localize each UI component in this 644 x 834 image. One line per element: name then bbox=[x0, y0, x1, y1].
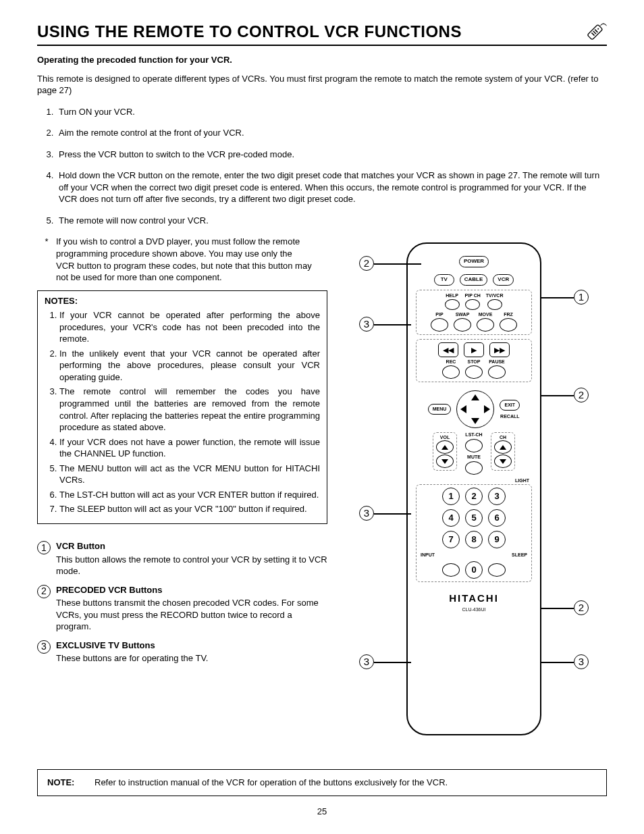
recall-label: RECALL bbox=[500, 414, 519, 419]
svg-rect-4 bbox=[591, 32, 595, 36]
callout-2: 2 bbox=[574, 600, 589, 615]
intro-para: This remote is designed to operate diffe… bbox=[37, 73, 607, 97]
legend-desc: This button allows the remote to control… bbox=[56, 554, 327, 577]
pip-section: HELP PIP CH TV/VCR PIP SWAP MOVE FRZ bbox=[416, 290, 532, 335]
step-item: Aim the remote control at the front of y… bbox=[56, 127, 607, 139]
input-label: INPUT bbox=[421, 552, 435, 557]
note-item: The LST-CH button will act as your VCR E… bbox=[59, 489, 320, 501]
legend-item-3: 3 EXCLUSIVE TV Buttons These buttons are… bbox=[37, 640, 327, 664]
svg-rect-3 bbox=[593, 30, 596, 34]
lstch-button bbox=[465, 439, 483, 452]
pipch-button bbox=[465, 299, 480, 310]
nav-left-icon bbox=[460, 405, 466, 413]
play-button: ▶ bbox=[464, 342, 484, 357]
vcr-mode-button: VCR bbox=[493, 274, 514, 286]
keypad-9: 9 bbox=[488, 531, 506, 548]
ch-up-button bbox=[494, 440, 512, 454]
volume-group: VOL bbox=[433, 432, 457, 471]
nav-pad bbox=[456, 390, 494, 428]
cable-mode-button: CABLE bbox=[460, 274, 488, 286]
keypad-3: 3 bbox=[488, 488, 506, 505]
note-item: If your VCR does not have a power functi… bbox=[59, 436, 320, 460]
star-note-text: If you wish to control a DVD player, you… bbox=[56, 236, 313, 283]
callout-1: 1 bbox=[574, 290, 589, 305]
transport-section: ◀◀ ▶ ▶▶ REC STOP PAUSE bbox=[416, 339, 532, 382]
legend-item-1: 1 VCR Button This button allows the remo… bbox=[37, 540, 327, 577]
pause-label: PAUSE bbox=[489, 359, 505, 364]
page-number: 25 bbox=[37, 806, 607, 818]
frz-button bbox=[500, 318, 517, 332]
tv-mode-button: TV bbox=[434, 274, 454, 286]
sleep-label: SLEEP bbox=[512, 552, 527, 557]
swap-label: SWAP bbox=[456, 312, 470, 317]
menu-button: MENU bbox=[428, 404, 452, 414]
bottom-note-label: NOTE: bbox=[47, 777, 95, 789]
rec-button bbox=[442, 365, 460, 379]
notes-header: NOTES: bbox=[45, 295, 320, 307]
legend-number: 2 bbox=[37, 585, 51, 598]
star-note: * If you wish to control a DVD player, y… bbox=[37, 236, 327, 283]
step-item: Hold down the VCR button on the remote, … bbox=[56, 170, 607, 205]
move-label: MOVE bbox=[479, 312, 493, 317]
vol-label: VOL bbox=[440, 435, 450, 440]
nav-down-icon bbox=[471, 418, 479, 424]
note-item: In the unlikely event that your VCR cann… bbox=[59, 348, 320, 384]
mute-label: MUTE bbox=[467, 454, 481, 459]
lstch-label: LST-CH bbox=[465, 432, 482, 437]
step-item: Turn ON your VCR. bbox=[56, 106, 607, 118]
step-item: The remote will now control your VCR. bbox=[56, 215, 607, 227]
callout-3: 3 bbox=[359, 654, 374, 669]
page-title: USING THE REMOTE TO CONTROL VCR FUNCTION… bbox=[37, 21, 462, 43]
callout-3: 3 bbox=[359, 506, 374, 521]
pause-button bbox=[488, 365, 506, 379]
nav-right-icon bbox=[484, 405, 490, 413]
bottom-note-text: Refer to instruction manual of the VCR f… bbox=[95, 777, 448, 789]
channel-group: CH bbox=[491, 432, 515, 471]
keypad-0: 0 bbox=[465, 561, 483, 579]
light-label: LIGHT bbox=[515, 477, 529, 484]
svg-rect-2 bbox=[595, 29, 598, 32]
sleep-button bbox=[488, 563, 506, 577]
legend-title: EXCLUSIVE TV Buttons bbox=[56, 640, 327, 652]
keypad-4: 4 bbox=[442, 509, 460, 527]
legend-desc: These buttons are for operating the TV. bbox=[56, 652, 327, 664]
note-item: If your VCR cannot be operated after per… bbox=[59, 309, 320, 345]
legend-item-2: 2 PRECODED VCR Buttons These buttons tra… bbox=[37, 584, 327, 633]
keypad-5: 5 bbox=[465, 509, 483, 527]
help-label: HELP bbox=[446, 293, 458, 298]
pip-label: PIP bbox=[435, 312, 443, 317]
tvvcr-label: TV/VCR bbox=[486, 293, 504, 298]
stop-button bbox=[465, 365, 483, 379]
note-item: The remote control will remember the cod… bbox=[59, 386, 320, 433]
legend-number: 3 bbox=[37, 640, 51, 654]
brand-label: HITACHI bbox=[449, 592, 499, 605]
main-steps-list: Turn ON your VCR. Aim the remote control… bbox=[37, 106, 607, 227]
keypad-1: 1 bbox=[442, 488, 460, 505]
rec-label: REC bbox=[446, 359, 456, 364]
keypad-section: 1 2 3 4 5 6 7 8 9 INPUT bbox=[416, 484, 532, 582]
input-button bbox=[442, 563, 460, 577]
svg-point-1 bbox=[597, 28, 599, 30]
vol-up-button bbox=[436, 440, 454, 454]
frz-label: FRZ bbox=[504, 312, 513, 317]
pipch-label: PIP CH bbox=[465, 293, 481, 298]
remote-icon bbox=[584, 20, 607, 43]
vol-down-button bbox=[436, 454, 454, 468]
remote-body: POWER TV CABLE VCR HELP PIP CH TV/VCR PI… bbox=[406, 242, 541, 735]
keypad-2: 2 bbox=[465, 488, 483, 505]
legend-desc: These buttons transmit the chosen precod… bbox=[56, 597, 327, 633]
callout-3: 3 bbox=[359, 317, 374, 332]
rewind-button: ◀◀ bbox=[438, 342, 458, 357]
keypad-7: 7 bbox=[442, 531, 460, 548]
callout-2: 2 bbox=[359, 256, 374, 271]
model-label: CLU-436UI bbox=[462, 606, 485, 613]
step-item: Press the VCR button to switch to the VC… bbox=[56, 149, 607, 161]
mute-button bbox=[465, 461, 483, 475]
nav-up-icon bbox=[471, 394, 479, 400]
tvvcr-button bbox=[487, 299, 502, 310]
asterisk-icon: * bbox=[37, 236, 56, 283]
ch-label: CH bbox=[500, 435, 506, 440]
stop-label: STOP bbox=[468, 359, 481, 364]
legend-number: 1 bbox=[37, 541, 51, 554]
note-item: The MENU button will act as the VCR MENU… bbox=[59, 463, 320, 486]
